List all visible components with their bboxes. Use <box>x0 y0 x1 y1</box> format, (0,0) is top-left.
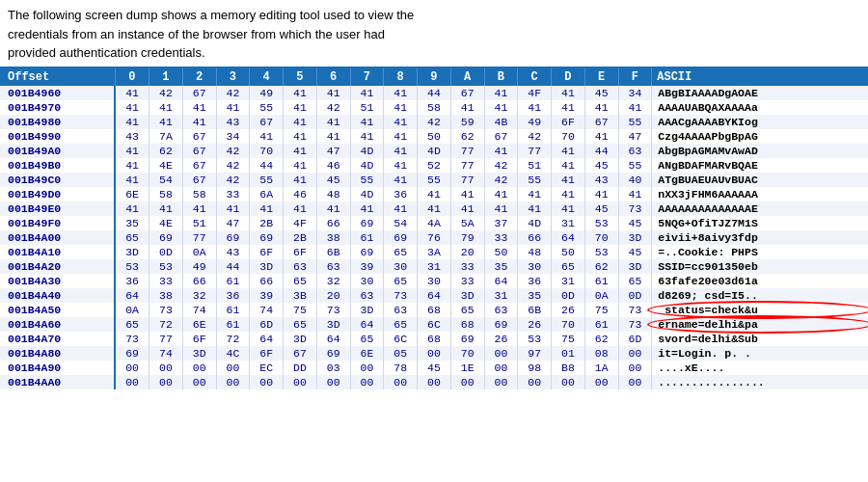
ascii-cell: SSID=cc901350eb <box>652 259 868 274</box>
table-row: 001B49A0416267427041474D414D774177414463… <box>0 144 868 158</box>
hex-cell: 75 <box>552 332 585 346</box>
col-header-D: D <box>552 68 585 86</box>
hex-cell: 00 <box>250 375 284 389</box>
hex-cell: 41 <box>149 115 183 129</box>
hex-cell: 31 <box>552 216 585 230</box>
hex-cell: 67 <box>250 115 284 129</box>
offset-cell: 001B4A70 <box>0 332 115 346</box>
hex-cell: 64 <box>350 317 384 332</box>
hex-cell: 33 <box>450 259 484 274</box>
table-row: 001B49D06E5858336A46484D3641414141414141… <box>0 187 868 201</box>
hex-cell: 70 <box>450 346 484 361</box>
hex-cell: 42 <box>216 173 250 187</box>
hex-cell: 41 <box>384 86 418 100</box>
hex-cell: 40 <box>618 173 652 187</box>
hex-cell: 64 <box>316 332 350 346</box>
hex-cell: 69 <box>450 332 484 346</box>
offset-cell: 001B4AA0 <box>0 375 115 389</box>
hex-cell: 38 <box>149 288 183 303</box>
col-header-7: 7 <box>350 68 384 86</box>
hex-cell: 6D <box>250 317 284 332</box>
hex-cell: 50 <box>418 129 451 144</box>
hex-cell: 41 <box>182 201 216 216</box>
hex-cell: 55 <box>518 173 552 187</box>
hex-cell: 73 <box>618 201 652 216</box>
hex-cell: 41 <box>149 201 183 216</box>
hex-cell: 00 <box>149 361 183 375</box>
hex-cell: 3D <box>618 230 652 245</box>
hex-cell: 68 <box>418 303 451 317</box>
hex-cell: 45 <box>418 361 451 375</box>
hex-cell: 98 <box>518 361 552 375</box>
col-header-A: A <box>450 68 484 86</box>
hex-cell: 20 <box>450 245 484 259</box>
hex-table-wrapper: Offset0123456789ABCDEFASCII 001B49604142… <box>0 67 868 389</box>
hex-cell: 41 <box>284 201 317 216</box>
hex-cell: 54 <box>149 173 183 187</box>
hex-cell: 3D <box>115 245 149 259</box>
hex-cell: 0D <box>552 288 585 303</box>
hex-cell: 00 <box>216 375 250 389</box>
hex-cell: 69 <box>216 230 250 245</box>
table-body: 001B49604142674249414141414467414F414534… <box>0 86 868 389</box>
hex-cell: 97 <box>518 346 552 361</box>
hex-cell: 36 <box>384 187 418 201</box>
offset-cell: 001B49B0 <box>0 158 115 173</box>
hex-cell: 64 <box>484 274 518 288</box>
ascii-cell: 63fafe20e03d61a <box>652 274 868 288</box>
hex-cell: 51 <box>350 100 384 115</box>
hex-cell: 58 <box>182 187 216 201</box>
hex-cell: 41 <box>384 115 418 129</box>
hex-cell: 53 <box>115 259 149 274</box>
hex-cell: 55 <box>350 173 384 187</box>
table-row: 001B4990437A6734414141414150626742704147… <box>0 129 868 144</box>
hex-cell: 73 <box>149 303 183 317</box>
hex-cell: 59 <box>450 115 484 129</box>
hex-cell: 6B <box>316 245 350 259</box>
hex-cell: 35 <box>484 259 518 274</box>
hex-cell: 41 <box>450 201 484 216</box>
hex-cell: 41 <box>216 100 250 115</box>
hex-cell: 3D <box>250 259 284 274</box>
col-header-F: F <box>618 68 652 86</box>
hex-cell: 66 <box>182 274 216 288</box>
table-header: Offset0123456789ABCDEFASCII <box>0 68 868 86</box>
col-header-offset: Offset <box>0 68 115 86</box>
ascii-cell: nXX3jFHM6AAAAAA <box>652 187 868 201</box>
hex-cell: 65 <box>350 332 384 346</box>
hex-cell: 41 <box>384 201 418 216</box>
table-row: 001B4A3036336661666532306530336436316165… <box>0 274 868 288</box>
hex-cell: 42 <box>484 158 518 173</box>
hex-cell: 41 <box>418 201 451 216</box>
hex-cell: 73 <box>618 303 652 317</box>
offset-cell: 001B49A0 <box>0 144 115 158</box>
hex-cell: 0A <box>115 303 149 317</box>
hex-cell: 69 <box>115 346 149 361</box>
hex-cell: 41 <box>350 86 384 100</box>
hex-cell: 64 <box>250 332 284 346</box>
hex-cell: 45 <box>584 201 618 216</box>
hex-cell: 30 <box>350 274 384 288</box>
hex-cell: 00 <box>115 375 149 389</box>
hex-cell: 20 <box>316 288 350 303</box>
hex-cell: 63 <box>350 288 384 303</box>
hex-cell: 34 <box>216 129 250 144</box>
hex-cell: 67 <box>182 129 216 144</box>
hex-cell: 33 <box>484 230 518 245</box>
hex-cell: 49 <box>250 86 284 100</box>
hex-cell: 51 <box>518 158 552 173</box>
hex-cell: 4D <box>518 216 552 230</box>
offset-cell: 001B4990 <box>0 129 115 144</box>
ascii-cell: d8269; csd=I5.. <box>652 288 868 303</box>
ascii-cell: ................ <box>652 375 868 389</box>
hex-cell: 73 <box>384 288 418 303</box>
hex-cell: 42 <box>316 100 350 115</box>
hex-cell: 42 <box>216 144 250 158</box>
hex-cell: 41 <box>384 100 418 115</box>
hex-cell: 33 <box>149 274 183 288</box>
hex-cell: 00 <box>350 361 384 375</box>
hex-cell: 05 <box>384 346 418 361</box>
hex-cell: 33 <box>450 274 484 288</box>
hex-cell: 74 <box>250 303 284 317</box>
hex-cell: 41 <box>316 201 350 216</box>
